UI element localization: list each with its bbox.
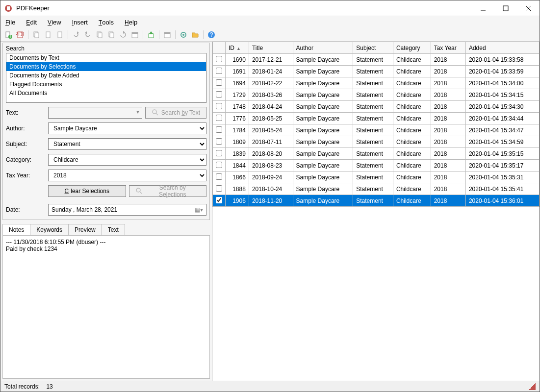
- cell: Sample Daycare: [293, 172, 353, 183]
- table-row[interactable]: 18442018-08-23Sample DaycareStatementChi…: [213, 160, 540, 172]
- cell: 2018: [431, 89, 465, 101]
- table-row[interactable]: 18392018-08-20Sample DaycareStatementChi…: [213, 148, 540, 160]
- cell: 2018: [431, 124, 465, 136]
- menu-view[interactable]: View: [46, 18, 63, 27]
- search-modes-listbox[interactable]: Documents by TextDocuments by Selections…: [6, 53, 206, 103]
- menu-insert[interactable]: Insert: [70, 18, 90, 27]
- cell: 1776: [226, 113, 249, 124]
- menu-edit[interactable]: Edit: [24, 18, 39, 27]
- tb-undo-icon[interactable]: [71, 30, 81, 40]
- row-checkbox[interactable]: [216, 185, 222, 192]
- row-checkbox[interactable]: [216, 138, 222, 145]
- cell: Childcare: [393, 172, 431, 183]
- tb-pdf-icon[interactable]: PDF: [15, 30, 25, 40]
- content: Search Documents by TextDocuments by Sel…: [0, 42, 540, 381]
- minimize-button[interactable]: [472, 0, 494, 16]
- search-mode-item[interactable]: Documents by Date Added: [6, 71, 206, 80]
- search-mode-item[interactable]: Flagged Documents: [6, 80, 206, 89]
- subject-select[interactable]: Statement: [48, 138, 206, 150]
- cell: 2020-01-04 15:34:00: [465, 77, 539, 89]
- table-row[interactable]: 16942018-02-22Sample DaycareStatementChi…: [213, 77, 540, 89]
- right-panel: ID▲TitleAuthorSubjectCategoryTax YearAdd…: [212, 42, 540, 381]
- table-row[interactable]: 17762018-05-25Sample DaycareStatementChi…: [213, 113, 540, 124]
- tb-copy2-icon[interactable]: [95, 30, 104, 40]
- table-row[interactable]: 18662018-09-24Sample DaycareStatementChi…: [213, 172, 540, 183]
- row-checkbox[interactable]: [216, 126, 222, 133]
- tb-redo-icon[interactable]: [83, 30, 93, 40]
- table-row[interactable]: 17292018-03-26Sample DaycareStatementChi…: [213, 89, 540, 101]
- svg-rect-24: [149, 34, 154, 38]
- tb-help-icon[interactable]: ?: [206, 30, 216, 40]
- tb-doc-icon[interactable]: [43, 30, 53, 40]
- tab-keywords[interactable]: Keywords: [30, 224, 69, 235]
- sort-asc-icon: ▲: [236, 46, 241, 51]
- search-mode-item[interactable]: Documents by Text: [6, 53, 206, 62]
- table-row[interactable]: 16902017-12-21Sample DaycareStatementChi…: [213, 54, 540, 66]
- grid-col-header[interactable]: [213, 42, 226, 54]
- grid-col-header[interactable]: Added: [465, 42, 539, 54]
- row-checkbox[interactable]: [216, 79, 222, 86]
- row-checkbox[interactable]: [216, 197, 222, 203]
- cell: 1748: [226, 101, 249, 113]
- tab-preview[interactable]: Preview: [68, 224, 102, 235]
- grid-col-header[interactable]: Author: [293, 42, 353, 54]
- cell: Childcare: [393, 101, 431, 113]
- row-checkbox[interactable]: [216, 162, 222, 168]
- row-checkbox[interactable]: [216, 115, 222, 121]
- table-row[interactable]: 17482018-04-24Sample DaycareStatementChi…: [213, 101, 540, 113]
- search-by-text-label: Search by Text: [161, 109, 200, 116]
- tb-doc2-icon[interactable]: [55, 30, 65, 40]
- cell: 2018-05-25: [249, 113, 293, 124]
- search-mode-item[interactable]: Documents by Selections: [6, 62, 206, 71]
- cell: Childcare: [393, 89, 431, 101]
- table-row[interactable]: 18882018-10-24Sample DaycareStatementChi…: [213, 183, 540, 195]
- toolbar: + PDF ?: [0, 28, 540, 42]
- category-select[interactable]: Childcare: [48, 154, 206, 166]
- tb-copy-icon[interactable]: [31, 30, 41, 40]
- menu-tools[interactable]: Tools: [97, 18, 116, 27]
- row-checkbox[interactable]: [216, 91, 222, 98]
- tb-refresh-icon[interactable]: [118, 30, 128, 40]
- search-by-selections-button: Search by Selections: [129, 185, 207, 197]
- table-row[interactable]: 17842018-05-24Sample DaycareStatementChi…: [213, 124, 540, 136]
- grid-col-header[interactable]: Subject: [353, 42, 393, 54]
- row-checkbox[interactable]: [216, 56, 222, 62]
- menu-file[interactable]: File: [3, 18, 17, 27]
- row-checkbox[interactable]: [216, 150, 222, 156]
- clear-selections-button[interactable]: Clear Selections: [48, 185, 126, 197]
- row-checkbox[interactable]: [216, 68, 222, 74]
- maximize-button[interactable]: [494, 0, 517, 16]
- date-picker[interactable]: Sunday , March 28, 2021 ▦▾: [48, 204, 206, 216]
- menu-help[interactable]: Help: [123, 18, 139, 27]
- close-button[interactable]: [517, 0, 540, 16]
- tb-folder-icon[interactable]: [190, 30, 200, 40]
- tab-notes[interactable]: Notes: [2, 224, 30, 235]
- table-row[interactable]: 18092018-07-11Sample DaycareStatementChi…: [213, 136, 540, 148]
- tb-add-pdf-icon[interactable]: +: [3, 30, 13, 40]
- cell: 2020-01-04 15:34:30: [465, 101, 539, 113]
- taxyear-select[interactable]: 2018: [48, 170, 206, 181]
- grid-col-header[interactable]: ID▲: [226, 42, 249, 54]
- table-row[interactable]: 16912018-01-24Sample DaycareStatementChi…: [213, 66, 540, 77]
- tb-cal-icon[interactable]: [130, 30, 140, 40]
- documents-grid[interactable]: ID▲TitleAuthorSubjectCategoryTax YearAdd…: [212, 42, 540, 207]
- grid-col-header[interactable]: Category: [393, 42, 431, 54]
- resize-grip-icon[interactable]: [529, 383, 536, 390]
- cell: Sample Daycare: [293, 101, 353, 113]
- text-input: [48, 107, 142, 119]
- tab-text[interactable]: Text: [102, 224, 125, 235]
- tb-copy3-icon[interactable]: [106, 30, 116, 40]
- tab-content-notes[interactable]: --- 11/30/2018 6:10:55 PM (dbuser) --- P…: [2, 235, 210, 379]
- notes-text: --- 11/30/2018 6:10:55 PM (dbuser) --- P…: [6, 239, 206, 252]
- row-checkbox[interactable]: [216, 103, 222, 109]
- table-row[interactable]: 19062018-11-20Sample DaycareStatementChi…: [213, 195, 540, 207]
- cell: 1888: [226, 183, 249, 195]
- tb-gear-icon[interactable]: [179, 30, 188, 40]
- row-checkbox[interactable]: [216, 173, 222, 180]
- tb-export-icon[interactable]: [146, 30, 156, 40]
- grid-col-header[interactable]: Title: [249, 42, 293, 54]
- author-select[interactable]: Sample Daycare: [48, 122, 206, 134]
- tb-cal2-icon[interactable]: [162, 30, 172, 40]
- grid-col-header[interactable]: Tax Year: [431, 42, 465, 54]
- search-mode-item[interactable]: All Documents: [6, 89, 206, 98]
